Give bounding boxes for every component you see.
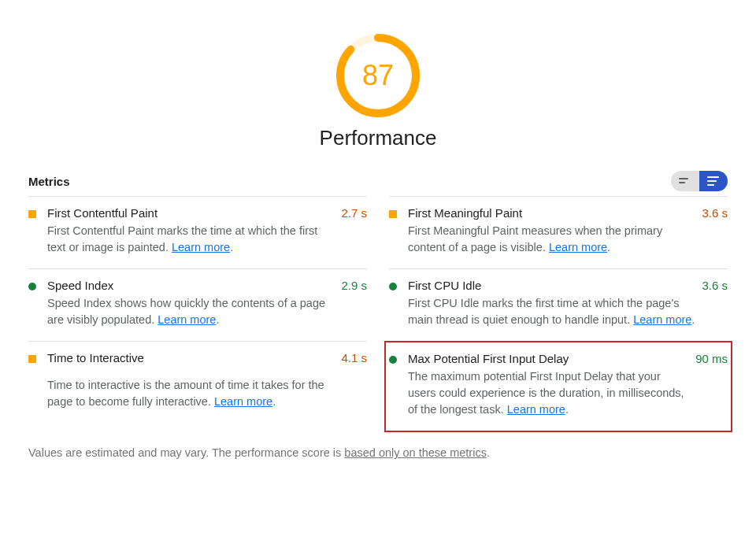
metric-fcp: First Contentful Paint2.7 sFirst Content… <box>28 196 367 268</box>
metric-value: 4.1 s <box>341 351 367 374</box>
learn-more-link[interactable]: Learn more <box>172 241 230 253</box>
status-average-icon <box>28 355 36 363</box>
metric-description: The maximum potential First Input Delay … <box>408 368 691 418</box>
metric-fci: First CPU Idle3.6 sFirst CPU Idle marks … <box>389 268 728 341</box>
metric-description-text: Time to interactive is the amount of tim… <box>47 379 324 408</box>
view-toggle <box>671 171 728 191</box>
status-good-icon <box>28 283 36 290</box>
metric-value: 2.9 s <box>341 279 367 292</box>
learn-more-link[interactable]: Learn more <box>507 403 565 416</box>
metric-description: First Meaningful Paint measures when the… <box>408 223 697 256</box>
metric-value: 3.6 s <box>702 206 728 220</box>
footnote-text-pre: Values are estimated and may vary. The p… <box>28 446 344 459</box>
score-gauge: 87 <box>334 31 422 120</box>
metric-description: First CPU Idle marks the first time at w… <box>408 295 697 328</box>
metric-title: First Contentful Paint <box>47 206 336 220</box>
footnote-text-post: . <box>487 446 490 459</box>
metric-tti: Time to Interactive4.1 sTime to interact… <box>28 341 367 432</box>
metric-description: First Contentful Paint marks the time at… <box>47 223 336 256</box>
score-number: 87 <box>334 31 422 120</box>
view-compact-button[interactable] <box>671 171 699 191</box>
metrics-grid: First Contentful Paint2.7 sFirst Content… <box>28 196 728 432</box>
performance-score: 87 Performance <box>28 31 728 150</box>
metric-value: 2.7 s <box>341 206 367 220</box>
view-expanded-icon <box>707 176 720 187</box>
metric-title: Speed Index <box>47 279 336 292</box>
status-good-icon <box>389 283 397 290</box>
status-good-icon <box>389 356 397 364</box>
learn-more-link[interactable]: Learn more <box>549 241 607 253</box>
metric-description-text: First Meaningful Paint measures when the… <box>408 224 662 253</box>
metrics-heading: Metrics <box>28 175 70 188</box>
metric-value: 3.6 s <box>702 279 728 292</box>
metric-title: Max Potential First Input Delay <box>408 352 691 365</box>
learn-more-link[interactable]: Learn more <box>158 313 216 326</box>
footnote-link[interactable]: based only on these metrics <box>344 446 487 459</box>
metric-mpfid: Max Potential First Input Delay90 msThe … <box>384 341 732 432</box>
metric-title: Time to Interactive <box>47 351 336 374</box>
metric-value: 90 ms <box>695 352 728 365</box>
metrics-footnote: Values are estimated and may vary. The p… <box>28 446 728 459</box>
metric-title: First CPU Idle <box>408 279 697 292</box>
view-expanded-button[interactable] <box>699 171 728 191</box>
metric-si: Speed Index2.9 sSpeed Index shows how qu… <box>28 268 367 341</box>
score-title: Performance <box>28 126 728 150</box>
metric-title: First Meaningful Paint <box>408 206 697 220</box>
status-average-icon <box>389 210 397 218</box>
metric-description: Time to interactive is the amount of tim… <box>47 377 336 420</box>
view-compact-icon <box>679 176 691 186</box>
learn-more-link[interactable]: Learn more <box>214 395 272 408</box>
metric-description: Speed Index shows how quickly the conten… <box>47 295 336 328</box>
metric-fmp: First Meaningful Paint3.6 sFirst Meaning… <box>389 196 728 268</box>
learn-more-link[interactable]: Learn more <box>633 313 691 326</box>
status-average-icon <box>28 210 36 218</box>
